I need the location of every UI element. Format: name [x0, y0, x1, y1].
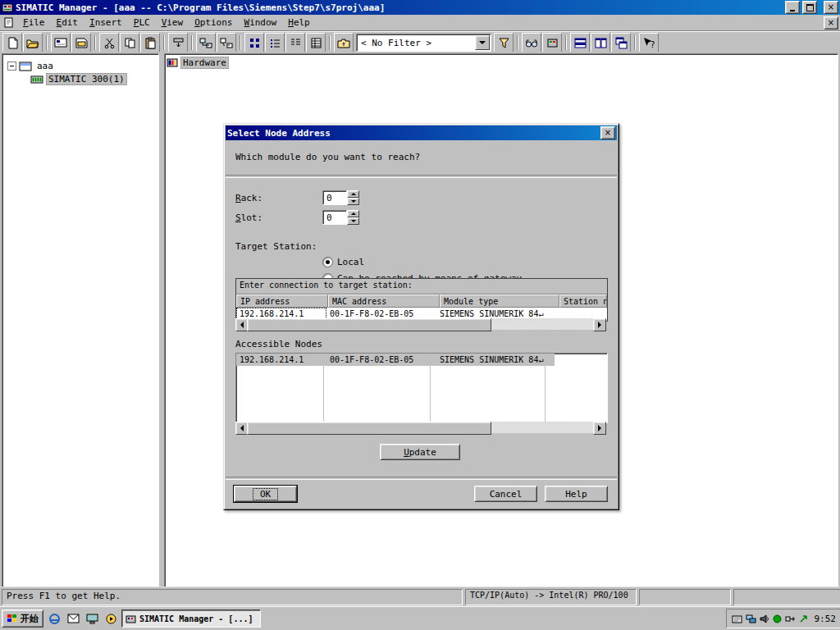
minimize-icon	[790, 10, 795, 11]
slot-spinner: 0	[322, 210, 359, 225]
tile-vertical-button[interactable]	[591, 33, 610, 52]
scroll-thumb[interactable]	[247, 422, 491, 435]
dialog-close-button[interactable]: ×	[600, 126, 615, 139]
connection-table-hscrollbar[interactable]	[235, 318, 606, 330]
quicklaunch-media-icon[interactable]	[103, 610, 119, 627]
details-view-button[interactable]	[306, 33, 326, 52]
task-button-simatic[interactable]: SIMATIC Manager - [...]	[121, 609, 261, 628]
slot-spin-down-button[interactable]	[347, 217, 359, 225]
app-titlebar[interactable]: SIMATIC Manager - [aaa -- C:\Program Fil…	[0, 0, 840, 15]
connection-status-icon[interactable]	[785, 614, 796, 623]
rack-input[interactable]: 0	[322, 190, 347, 205]
column-header-ip[interactable]: IP address	[236, 294, 328, 308]
tree-row-root[interactable]: aaa	[4, 59, 157, 72]
update-button[interactable]: Update	[380, 444, 460, 460]
menu-view[interactable]: View	[156, 16, 189, 30]
tree-item-simatic-300[interactable]: SIMATIC 300(1)	[46, 73, 127, 85]
dialog-prompt: Which module do you want to reach?	[235, 152, 420, 162]
memory-card-button[interactable]	[71, 33, 91, 52]
menu-plc[interactable]: PLC	[128, 16, 156, 30]
tree-row-child[interactable]: SIMATIC 300(1)	[4, 72, 157, 85]
app-icon[interactable]	[2, 2, 13, 13]
menu-edit[interactable]: Edit	[51, 16, 84, 30]
start-button[interactable]: 开始	[2, 609, 43, 628]
restore-button[interactable]	[802, 1, 817, 14]
scroll-right-button[interactable]	[593, 422, 606, 435]
status-connection: TCP/IP(Auto) -> Intel(R) PRO/100	[465, 589, 637, 605]
large-icons-button[interactable]	[244, 33, 264, 52]
node-ip-cell[interactable]: 192.168.214.1	[236, 354, 326, 366]
column-header-module-type[interactable]: Module type	[440, 294, 559, 308]
ok-button[interactable]: OK	[234, 486, 297, 502]
nodes-list-hscrollbar[interactable]	[235, 422, 606, 433]
taskbar-clock[interactable]: 9:52	[811, 614, 837, 624]
menu-insert[interactable]: Insert	[84, 16, 128, 30]
dialog-titlebar[interactable]: Select Node Address ×	[226, 126, 617, 140]
small-icons-button[interactable]	[265, 33, 285, 52]
slot-spin-up-button[interactable]	[347, 210, 359, 217]
scroll-right-button[interactable]	[593, 318, 606, 331]
slot-input[interactable]: 0	[322, 210, 347, 225]
node-row[interactable]: 192.168.214.1 00-1F-F8-02-EB-05 SIEMENS …	[236, 354, 607, 366]
network-icon[interactable]	[746, 614, 756, 623]
column-header-mac[interactable]: MAC address	[328, 294, 440, 308]
tree-item-aaa[interactable]: aaa	[34, 60, 56, 72]
tile-horizontal-button[interactable]	[570, 33, 590, 52]
quicklaunch-browser-icon[interactable]	[46, 610, 62, 627]
input-method-icon[interactable]	[732, 614, 742, 623]
online-button[interactable]	[196, 33, 216, 52]
quicklaunch-mail-icon[interactable]	[65, 610, 81, 627]
hardware-label[interactable]: Hardware	[180, 57, 229, 69]
quicklaunch-desktop-icon[interactable]	[84, 610, 100, 627]
mdi-child-icon[interactable]	[3, 17, 14, 28]
safely-remove-icon[interactable]	[799, 614, 808, 623]
minimize-button[interactable]	[785, 1, 800, 14]
rack-spin-down-button[interactable]	[347, 198, 359, 205]
list-view-button[interactable]	[285, 33, 305, 52]
column-header-station-name[interactable]: Station name	[559, 294, 607, 308]
node-mac-cell[interactable]: 00-1F-F8-02-EB-05	[326, 354, 436, 366]
accessible-nodes-list[interactable]: 192.168.214.1 00-1F-F8-02-EB-05 SIEMENS …	[235, 353, 608, 423]
paste-button[interactable]	[140, 33, 160, 52]
close-button[interactable]: ×	[824, 1, 838, 14]
cut-button[interactable]	[99, 33, 119, 52]
rack-spin-up-button[interactable]	[347, 190, 359, 198]
chevron-down-icon	[479, 41, 486, 44]
new-button[interactable]	[2, 33, 22, 52]
project-tree-panel[interactable]: aaa SIMATIC 300(1)	[2, 53, 159, 589]
mdi-close-button[interactable]: ×	[824, 16, 838, 30]
node-module-type-cell[interactable]: SIEMENS SINUMERIK 84↵	[436, 354, 555, 366]
scroll-thumb[interactable]	[247, 318, 491, 331]
toolbar-separator	[565, 35, 567, 50]
volume-icon[interactable]	[760, 614, 769, 623]
connection-table-header: IP address MAC address Module type Stati…	[236, 294, 607, 308]
expand-collapse-box[interactable]	[7, 62, 16, 71]
menu-file[interactable]: File	[17, 16, 51, 30]
offline-button[interactable]	[217, 33, 236, 52]
arrow-left-icon	[240, 425, 244, 431]
help-button[interactable]: Help	[545, 486, 608, 502]
menu-window[interactable]: Window	[239, 16, 283, 30]
column-divider	[545, 354, 546, 422]
node-station-name-cell[interactable]	[555, 354, 607, 366]
cascade-button[interactable]	[611, 33, 631, 52]
open-button[interactable]	[23, 33, 43, 52]
up-one-level-button[interactable]	[334, 33, 354, 52]
filter-combobox[interactable]: < No Filter >	[356, 34, 491, 52]
rack-spinner: 0	[322, 190, 359, 205]
antivirus-icon[interactable]	[773, 614, 782, 623]
radio-local[interactable]	[322, 257, 333, 267]
filter-button[interactable]	[494, 33, 514, 52]
menu-help[interactable]: Help	[282, 16, 316, 30]
combo-dropdown-button[interactable]	[475, 35, 490, 50]
copy-button[interactable]	[120, 33, 139, 52]
hardware-item[interactable]: Hardware	[167, 57, 836, 69]
help-button-toolbar[interactable]: ?	[639, 33, 659, 52]
monitor-button[interactable]	[522, 33, 541, 52]
accessible-nodes-button[interactable]	[51, 33, 71, 52]
simulate-button[interactable]	[542, 33, 562, 52]
menu-options[interactable]: Options	[189, 16, 238, 30]
download-button[interactable]	[168, 33, 188, 52]
arrow-left-icon	[240, 322, 244, 328]
cancel-button[interactable]: Cancel	[474, 486, 537, 502]
